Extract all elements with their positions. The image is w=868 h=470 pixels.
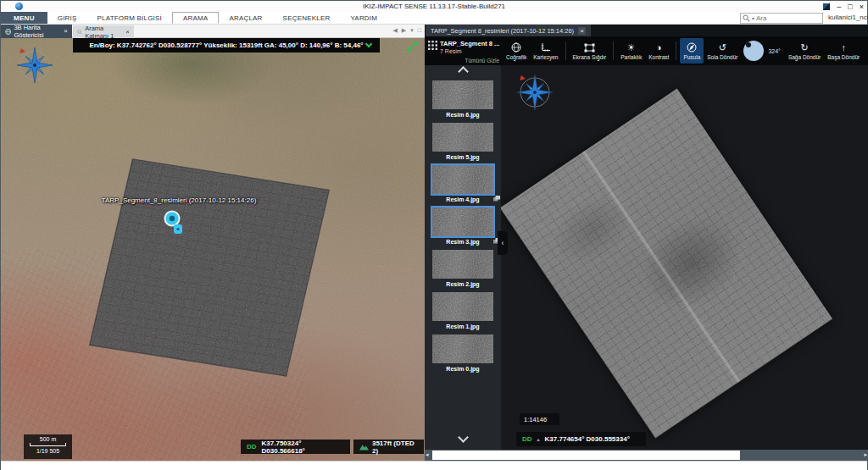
scrollbar-right-arrow-icon[interactable]: ▸	[864, 451, 867, 458]
coords-format-label[interactable]: DD	[247, 443, 257, 451]
thumbnail-item-selected[interactable]: Resim 4.jpg	[432, 165, 493, 202]
tab-close-icon[interactable]: ×	[578, 27, 586, 35]
search-box[interactable]: ▾	[740, 13, 823, 24]
thumbnail-item[interactable]: Resim 5.jpg	[432, 123, 493, 160]
scale-distance: 500 m	[24, 436, 72, 442]
search-input[interactable]	[756, 14, 810, 22]
segment-pin-icon[interactable]	[163, 210, 186, 239]
map-compass-rose[interactable]	[14, 45, 55, 89]
search-scope-caret-icon[interactable]: ▾	[752, 15, 754, 21]
rotate-left-icon: ↺	[719, 42, 726, 53]
half-circle-icon: ◑	[656, 42, 662, 53]
tabs-scroll-right-icon[interactable]: ▶	[402, 27, 406, 34]
heading-dial[interactable]	[743, 41, 764, 61]
viewer-compass-rose[interactable]	[515, 72, 555, 116]
minimize-button[interactable]: –	[837, 3, 841, 11]
thumbnail-item[interactable]: Resim 1.jpg	[432, 292, 493, 329]
segment-footprint-overlay[interactable]	[89, 158, 330, 377]
segment-map-label[interactable]: TARP_Segment_8_resimleri (2017-10-12 15:…	[79, 196, 279, 204]
contrast-button[interactable]: ◑ Kontrast	[645, 38, 672, 64]
coords-format-caret-icon[interactable]: ▴	[537, 436, 540, 442]
map-panel: 3B Harita Göstericisi × Arama Katmanı 1 …	[1, 25, 425, 461]
menu-bar: MENU GİRİŞ PLATFORM BİLGİSİ ARAMA ARAÇLA…	[1, 12, 867, 25]
toolbar-separator	[565, 41, 566, 60]
window-bottom-strip	[1, 461, 867, 470]
tab-close-icon[interactable]: ×	[64, 28, 68, 35]
window-extra-icon[interactable]	[823, 3, 830, 10]
compass-button[interactable]: Pusula	[680, 38, 704, 64]
menu-item-secenekler[interactable]: SEÇENEKLER	[273, 12, 341, 24]
tabs-scroll-left-icon[interactable]: ◀	[392, 27, 397, 34]
thumbnails-scroll-down-icon[interactable]	[458, 432, 469, 443]
menu-item-platform-bilgisi[interactable]: PLATFORM BİLGİSİ	[87, 12, 172, 24]
scrollbar-thumb[interactable]	[432, 451, 740, 460]
thumbnail-item[interactable]: Resim 0.jpg	[432, 335, 493, 372]
thumbnail-image[interactable]	[432, 250, 493, 279]
menu-item-yardim[interactable]: YARDIM	[340, 12, 387, 24]
tabs-menu-icon[interactable]: ▾	[410, 27, 414, 34]
menu-item-giris[interactable]: GİRİŞ	[47, 12, 87, 24]
fit-frame-icon	[584, 42, 595, 53]
menu-item-arama[interactable]: ARAMA	[172, 12, 219, 24]
rotate-left-button[interactable]: ↺ Sola Döndür	[704, 38, 741, 64]
cartesian-button[interactable]: Kartezyen	[530, 38, 561, 64]
map-expand-icon[interactable]	[406, 41, 419, 56]
menu-item-araclar[interactable]: ARAÇLAR	[219, 12, 272, 24]
thumbnail-image[interactable]	[432, 80, 493, 109]
grid-icon[interactable]	[428, 41, 437, 50]
thumbnails-scroll-up-icon[interactable]	[458, 66, 469, 77]
restore-button[interactable]: □	[848, 3, 852, 11]
right-tab-strip: TARP_Segment 8_resimleri (2017-10-12 15:…	[425, 25, 868, 36]
user-menu[interactable]: kullanici1_nck ▾	[828, 14, 868, 21]
tab-close-icon[interactable]: ×	[125, 29, 130, 36]
fit-to-screen-button[interactable]: Ekrana Sığdır	[570, 38, 610, 64]
map-3d-view[interactable]: TARP_Segment_8_resimleri (2017-10-12 15:…	[1, 38, 425, 461]
close-button[interactable]: ×	[860, 3, 864, 11]
segment-mosaic-image[interactable]	[501, 89, 832, 439]
coords-value: K37.774654° D030.555334°	[545, 435, 630, 443]
map-scale-box: 500 m 1/19 505	[24, 434, 72, 459]
brightness-button[interactable]: ☀ Parlaklık	[617, 38, 645, 64]
axes-icon	[540, 42, 551, 53]
coords-format-label[interactable]: DD	[522, 435, 532, 443]
left-tab-strip: 3B Harita Göstericisi × Arama Katmanı 1 …	[1, 25, 425, 38]
thumbnail-image[interactable]	[432, 335, 493, 363]
horizontal-scrollbar[interactable]: ◂ ▸	[425, 450, 868, 461]
thumbnail-image[interactable]	[432, 165, 493, 194]
thumbnail-label: Resim 5.jpg	[432, 154, 493, 160]
compass-icon	[687, 42, 697, 53]
reset-rotation-button[interactable]: ↑ Başa Döndür	[824, 38, 863, 64]
thumbnail-item[interactable]: Resim 6.jpg	[432, 80, 493, 118]
segment-image-viewer[interactable]: 1:14146 DD ▴ K37.774654° D030.555334°	[501, 65, 868, 450]
tab-3b-harita[interactable]: 3B Harita Göstericisi ×	[1, 25, 72, 38]
search-icon	[743, 14, 750, 22]
thumbnail-collapse-handle[interactable]: ‹	[498, 231, 508, 255]
coord-bar-chevron-icon[interactable]	[365, 41, 372, 47]
thumbnail-item-selected[interactable]: Resim 3.jpg	[432, 207, 493, 245]
toolbar-separator	[676, 41, 676, 60]
title-bar: IKIZ-IMPACT SENSE 11.13.17-Stable-Build2…	[1, 1, 867, 12]
thumbnail-label: Resim 3.jpg	[432, 239, 493, 245]
viewer-scale-readout: 1:14146	[520, 413, 559, 425]
collapse-left-icon: ‹	[502, 239, 504, 247]
tab-segment-images[interactable]: TARP_Segment 8_resimleri (2017-10-12 15:…	[426, 25, 591, 36]
geographic-button[interactable]: Coğrafik	[503, 38, 530, 64]
window-title: IKIZ-IMPACT SENSE 11.13.17-Stable-Build2…	[1, 3, 867, 10]
menu-button[interactable]: MENU	[1, 12, 47, 24]
rotate-right-button[interactable]: ↻ Sağa Döndür	[785, 38, 824, 64]
thumbnail-image[interactable]	[432, 292, 493, 321]
heading-value: 324°	[768, 48, 780, 54]
thumbnail-image[interactable]	[432, 123, 493, 152]
tabs-float-icon[interactable]: □	[418, 27, 421, 34]
tab-arama-katmani[interactable]: Arama Katmanı 1 ×	[73, 25, 134, 38]
layers-icon	[493, 196, 500, 202]
user-name: kullanici1_nck	[828, 14, 868, 21]
hide-all-link[interactable]: Tümünü Gizle	[465, 58, 499, 64]
scrollbar-left-arrow-icon[interactable]: ◂	[426, 451, 429, 458]
thumbnail-item[interactable]: Resim 2.jpg	[432, 250, 493, 287]
thumbnail-image[interactable]	[432, 207, 493, 236]
thumbnail-label: Resim 0.jpg	[432, 366, 493, 372]
thumbnail-label: Resim 1.jpg	[432, 323, 493, 329]
thumbnail-label: Resim 6.jpg	[432, 112, 493, 118]
tab-label: TARP_Segment 8_resimleri (2017-10-12 15:…	[431, 27, 574, 35]
